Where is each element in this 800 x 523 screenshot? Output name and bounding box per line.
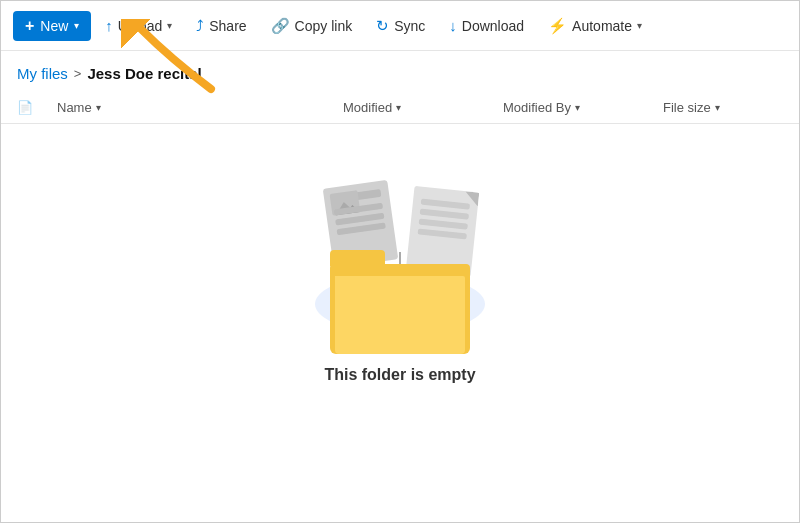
upload-icon: ↑: [105, 17, 113, 34]
col-modified-by-sort-icon: ▾: [575, 102, 580, 113]
col-modified-sort-icon: ▾: [396, 102, 401, 113]
share-button[interactable]: ⤴ Share: [186, 11, 256, 40]
file-icon: 📄: [17, 100, 33, 115]
col-modified-header[interactable]: Modified ▾: [343, 100, 503, 115]
new-button-label: New: [40, 18, 68, 34]
col-modified-label: Modified: [343, 100, 392, 115]
doc1-image: [330, 190, 361, 216]
col-filesize-sort-icon: ▾: [715, 102, 720, 113]
col-modified-by-label: Modified By: [503, 100, 571, 115]
breadcrumb: My files > Jess Doe recital: [1, 51, 799, 92]
copy-link-label: Copy link: [295, 18, 353, 34]
sync-button[interactable]: ↻ Sync: [366, 11, 435, 41]
col-filesize-header[interactable]: File size ▾: [663, 100, 783, 115]
breadcrumb-separator: >: [74, 66, 82, 81]
automate-chevron-icon: ▾: [637, 20, 642, 31]
folder-tab: [330, 250, 385, 266]
sync-label: Sync: [394, 18, 425, 34]
share-label: Share: [209, 18, 246, 34]
automate-button[interactable]: ⚡ Automate ▾: [538, 11, 652, 41]
link-icon: 🔗: [271, 17, 290, 35]
folder-illustration: [300, 174, 500, 354]
col-name-header[interactable]: Name ▾: [57, 100, 343, 115]
upload-chevron-icon: ▾: [167, 20, 172, 31]
empty-state: This folder is empty: [1, 134, 799, 404]
automate-label: Automate: [572, 18, 632, 34]
col-modified-by-header[interactable]: Modified By ▾: [503, 100, 663, 115]
plus-icon: +: [25, 17, 34, 35]
upload-button[interactable]: ↑ Upload ▾: [95, 11, 182, 40]
download-label: Download: [462, 18, 524, 34]
folder-body: [330, 264, 470, 354]
new-chevron-icon: ▾: [74, 20, 79, 31]
drop-arrow-line: [399, 252, 401, 264]
new-button[interactable]: + New ▾: [13, 11, 91, 41]
empty-state-label: This folder is empty: [324, 366, 475, 384]
folder-inner: [335, 276, 465, 354]
automate-icon: ⚡: [548, 17, 567, 35]
doc2-corner: [464, 191, 479, 206]
page-wrapper: + New ▾ ↑ Upload ▾ ⤴ Share 🔗 Copy link ↻…: [1, 1, 799, 404]
sync-icon: ↻: [376, 17, 389, 35]
col-name-sort-icon: ▾: [96, 102, 101, 113]
col-name-label: Name: [57, 100, 92, 115]
breadcrumb-current: Jess Doe recital: [87, 65, 201, 82]
download-button[interactable]: ↓ Download: [439, 11, 534, 40]
copy-link-button[interactable]: 🔗 Copy link: [261, 11, 363, 41]
col-filesize-label: File size: [663, 100, 711, 115]
share-icon: ⤴: [196, 17, 204, 34]
breadcrumb-root[interactable]: My files: [17, 65, 68, 82]
upload-label: Upload: [118, 18, 162, 34]
download-icon: ↓: [449, 17, 457, 34]
col-icon-header: 📄: [17, 100, 57, 115]
table-header: 📄 Name ▾ Modified ▾ Modified By ▾ File s…: [1, 92, 799, 124]
toolbar: + New ▾ ↑ Upload ▾ ⤴ Share 🔗 Copy link ↻…: [1, 1, 799, 51]
